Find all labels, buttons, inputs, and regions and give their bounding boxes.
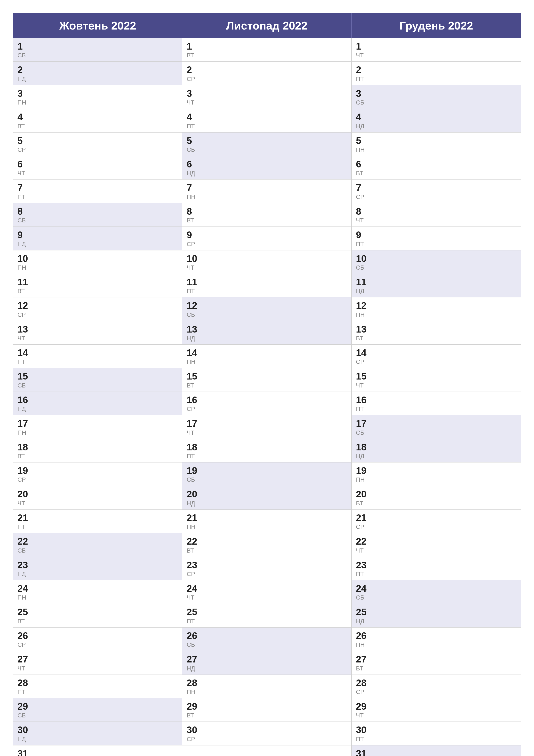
december-day-14: 14СР xyxy=(352,345,521,368)
november-day-8: 8ВТ xyxy=(182,203,352,227)
november-day-4: 4ПТ xyxy=(182,109,352,132)
october-day-28: 28ПТ xyxy=(13,675,182,698)
december-day-6: 6ВТ xyxy=(352,156,521,179)
october-day-23: 23НД xyxy=(13,557,182,580)
november-day-30: 30СР xyxy=(182,722,352,745)
november-day-29: 29ВТ xyxy=(182,698,352,722)
november-day-17: 17ЧТ xyxy=(182,415,352,439)
december-day-28: 28СР xyxy=(352,675,521,698)
header-october: Жовтень 2022 xyxy=(13,13,182,38)
october-day-2: 2НД xyxy=(13,62,182,85)
november-day-13: 13НД xyxy=(182,321,352,345)
december-day-31: 31СБ xyxy=(352,745,521,756)
december-day-29: 29ЧТ xyxy=(352,698,521,722)
december-day-1: 1ЧТ xyxy=(352,38,521,62)
october-day-27: 27ЧТ xyxy=(13,651,182,675)
november-day-26: 26СБ xyxy=(182,628,352,651)
october-day-13: 13ЧТ xyxy=(13,321,182,345)
october-day-9: 9НД xyxy=(13,227,182,250)
november-day-31 xyxy=(182,745,352,756)
november-day-10: 10ЧТ xyxy=(182,251,352,274)
december-day-9: 9ПТ xyxy=(352,227,521,250)
november-day-27: 27НД xyxy=(182,651,352,675)
november-day-16: 16СР xyxy=(182,392,352,415)
november-day-9: 9СР xyxy=(182,227,352,250)
december-day-20: 20ВТ xyxy=(352,486,521,509)
november-day-11: 11ПТ xyxy=(182,274,352,297)
december-day-21: 21СР xyxy=(352,510,521,533)
december-day-7: 7СР xyxy=(352,179,521,203)
october-day-10: 10ПН xyxy=(13,251,182,274)
december-day-11: 11НД xyxy=(352,274,521,297)
november-day-2: 2СР xyxy=(182,62,352,85)
october-day-4: 4ВТ xyxy=(13,109,182,132)
december-day-12: 12ПН xyxy=(352,297,521,321)
calendar-header: Жовтень 2022 Листопад 2022 Грудень 2022 xyxy=(13,13,521,38)
december-day-17: 17СБ xyxy=(352,415,521,439)
october-day-12: 12СР xyxy=(13,297,182,321)
december-day-19: 19ПН xyxy=(352,463,521,486)
december-day-23: 23ПТ xyxy=(352,557,521,580)
november-day-18: 18ПТ xyxy=(182,439,352,463)
december-day-4: 4НД xyxy=(352,109,521,132)
october-day-1: 1СБ xyxy=(13,38,182,62)
october-day-24: 24ПН xyxy=(13,580,182,604)
november-day-21: 21ПН xyxy=(182,510,352,533)
october-day-19: 19СР xyxy=(13,463,182,486)
december-day-30: 30ПТ xyxy=(352,722,521,745)
november-day-24: 24ЧТ xyxy=(182,580,352,604)
october-day-20: 20ЧТ xyxy=(13,486,182,509)
november-day-12: 12СБ xyxy=(182,297,352,321)
header-november: Листопад 2022 xyxy=(182,13,352,38)
december-day-13: 13ВТ xyxy=(352,321,521,345)
october-day-15: 15СБ xyxy=(13,368,182,392)
october-day-17: 17ПН xyxy=(13,415,182,439)
november-day-15: 15ВТ xyxy=(182,368,352,392)
december-day-22: 22ЧТ xyxy=(352,533,521,557)
october-day-18: 18ВТ xyxy=(13,439,182,463)
october-day-29: 29СБ xyxy=(13,698,182,722)
november-day-3: 3ЧТ xyxy=(182,85,352,109)
december-day-10: 10СБ xyxy=(352,251,521,274)
october-day-7: 7ПТ xyxy=(13,179,182,203)
november-day-5: 5СБ xyxy=(182,133,352,156)
october-day-16: 16НД xyxy=(13,392,182,415)
december-day-25: 25НД xyxy=(352,604,521,627)
november-day-1: 1ВТ xyxy=(182,38,352,62)
november-day-7: 7ПН xyxy=(182,179,352,203)
days-grid: 1СБ1ВТ1ЧТ2НД2СР2ПТ3ПН3ЧТ3СБ4ВТ4ПТ4НД5СР5… xyxy=(13,38,521,756)
december-day-15: 15ЧТ xyxy=(352,368,521,392)
header-december: Грудень 2022 xyxy=(352,13,521,38)
october-day-6: 6ЧТ xyxy=(13,156,182,179)
november-day-6: 6НД xyxy=(182,156,352,179)
november-day-20: 20НД xyxy=(182,486,352,509)
november-day-22: 22ВТ xyxy=(182,533,352,557)
december-day-27: 27ВТ xyxy=(352,651,521,675)
december-day-8: 8ЧТ xyxy=(352,203,521,227)
december-day-16: 16ПТ xyxy=(352,392,521,415)
october-day-3: 3ПН xyxy=(13,85,182,109)
october-day-14: 14ПТ xyxy=(13,345,182,368)
december-day-5: 5ПН xyxy=(352,133,521,156)
october-day-5: 5СР xyxy=(13,133,182,156)
november-day-23: 23СР xyxy=(182,557,352,580)
december-day-18: 18НД xyxy=(352,439,521,463)
october-day-21: 21ПТ xyxy=(13,510,182,533)
december-day-2: 2ПТ xyxy=(352,62,521,85)
november-day-19: 19СБ xyxy=(182,463,352,486)
october-day-31: 31ПН xyxy=(13,745,182,756)
november-day-25: 25ПТ xyxy=(182,604,352,627)
december-day-3: 3СБ xyxy=(352,85,521,109)
october-day-30: 30НД xyxy=(13,722,182,745)
november-day-14: 14ПН xyxy=(182,345,352,368)
october-day-25: 25ВТ xyxy=(13,604,182,627)
october-day-8: 8СБ xyxy=(13,203,182,227)
november-day-28: 28ПН xyxy=(182,675,352,698)
october-day-11: 11ВТ xyxy=(13,274,182,297)
calendar: Жовтень 2022 Листопад 2022 Грудень 2022 … xyxy=(13,13,521,756)
december-day-24: 24СБ xyxy=(352,580,521,604)
october-day-26: 26СР xyxy=(13,628,182,651)
october-day-22: 22СБ xyxy=(13,533,182,557)
december-day-26: 26ПН xyxy=(352,628,521,651)
